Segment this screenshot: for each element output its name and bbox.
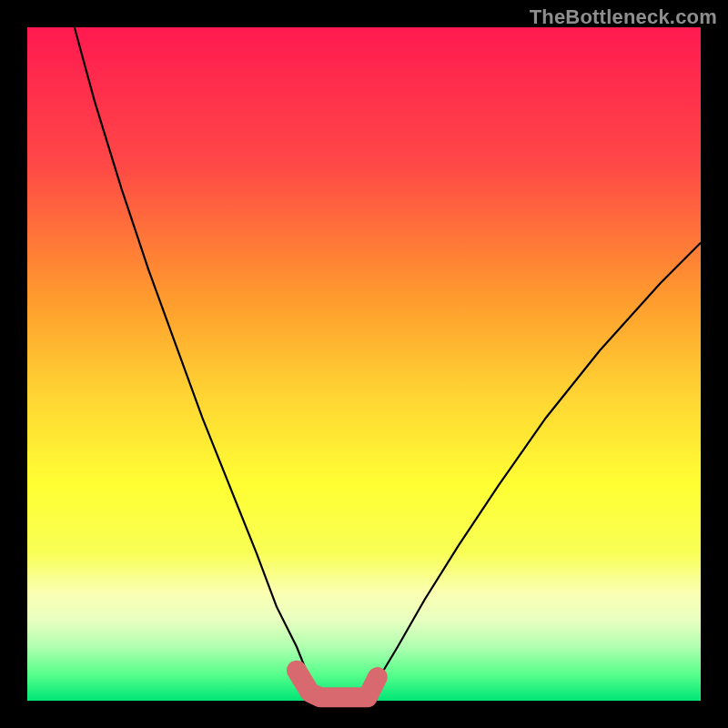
watermark-text: TheBottleneck.com	[530, 5, 717, 29]
plot-background	[27, 27, 701, 701]
chart-frame: TheBottleneck.com	[0, 0, 728, 728]
bottleneck-chart	[0, 0, 728, 728]
